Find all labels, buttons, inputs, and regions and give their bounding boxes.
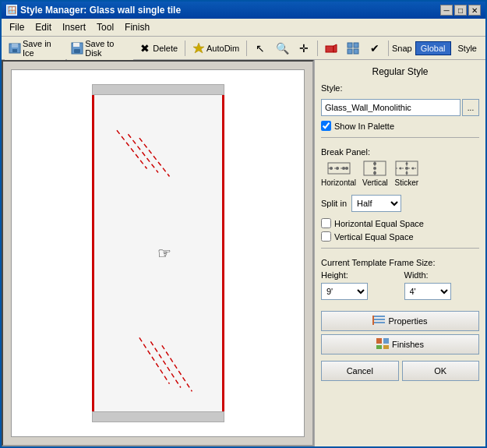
global-button[interactable]: Global (415, 41, 451, 55)
check-icon: ✔ (369, 42, 381, 55)
menu-tool[interactable]: Tool (92, 20, 118, 34)
ok-button[interactable]: OK (402, 361, 480, 381)
glass-panel: ☞ (92, 90, 224, 417)
vert-equal-checkbox[interactable] (321, 231, 331, 242)
width-label: Width: (404, 270, 480, 280)
save-in-ice-button[interactable]: Save in Ice (5, 37, 65, 60)
svg-rect-11 (348, 49, 352, 54)
save-to-disk-label: Save to Disk (85, 39, 129, 58)
break-horizontal[interactable]: Horizontal (321, 160, 356, 187)
split-row: Split in Half Third Quarter (321, 195, 479, 212)
arrow-tool-button[interactable]: ↖ (250, 40, 270, 57)
autodim-label: AutoDim (206, 44, 239, 53)
browse-button[interactable]: ... (462, 99, 479, 116)
width-select[interactable]: 2' 3' 4' 5' 6' (404, 283, 451, 300)
sticker-label: Sticker (395, 178, 419, 187)
show-in-palette-row: Show In Palette (321, 121, 479, 131)
properties-icon (372, 315, 385, 327)
menu-file[interactable]: File (5, 20, 29, 34)
svg-rect-38 (372, 316, 385, 317)
height-select[interactable]: 6' 7' 8' 9' 10' (321, 283, 368, 300)
save-disk-icon (71, 42, 83, 55)
svg-line-16 (139, 337, 169, 383)
cancel-label: Cancel (347, 366, 373, 376)
draw-button[interactable] (321, 40, 341, 57)
save-ice-icon (9, 42, 21, 55)
cancel-button[interactable]: Cancel (321, 361, 399, 381)
template-section: Current Template Frame Size: Height: 6' … (321, 258, 479, 300)
canvas-inner[interactable]: ☞ (11, 69, 305, 437)
equal-space-section: Horizontal Equal Space Vertical Equal Sp… (321, 218, 479, 242)
cursor: ☞ (157, 244, 171, 263)
right-panel: Regular Style Style: ... Show In Palette… (314, 60, 485, 446)
main-content: ☞ Regular Style Style: ... Show In Palet… (2, 60, 485, 446)
canvas-area: ☞ (2, 60, 314, 446)
svg-point-22 (336, 167, 339, 170)
finishes-button[interactable]: Finishes (321, 334, 479, 355)
menu-edit[interactable]: Edit (30, 20, 56, 34)
svg-marker-6 (193, 43, 204, 53)
vertical-break-icon (362, 160, 387, 177)
move-tool-button[interactable]: ✛ (294, 40, 314, 57)
menu-bar: File Edit Insert Tool Finish (2, 19, 485, 37)
horizontal-break-icon (326, 160, 351, 177)
svg-point-34 (399, 168, 401, 170)
action-buttons: Properties Finishes Cancel OK (321, 311, 479, 381)
svg-point-29 (373, 171, 376, 175)
glass-bottom-bar (92, 411, 224, 422)
svg-rect-1 (12, 44, 18, 48)
show-in-palette-checkbox[interactable] (321, 121, 331, 131)
autodim-icon (192, 42, 205, 55)
minimize-button[interactable]: ─ (440, 5, 453, 16)
main-window: 🪟 Style Manager: Glass wall single tile … (0, 0, 487, 448)
delete-button[interactable]: ✖ Delete (135, 40, 182, 57)
properties-label: Properties (388, 316, 427, 326)
break-panel-label: Break Panel: (321, 147, 479, 157)
vert-equal-row: Vertical Equal Space (321, 231, 479, 242)
svg-point-35 (411, 168, 414, 170)
autodim-button[interactable]: AutoDim (189, 40, 243, 57)
svg-point-23 (342, 167, 345, 170)
grid-icon (347, 42, 359, 55)
check-button[interactable]: ✔ (365, 40, 385, 57)
svg-line-18 (161, 345, 192, 391)
svg-rect-42 (376, 338, 382, 344)
svg-rect-40 (372, 322, 385, 323)
break-vertical[interactable]: Vertical (362, 160, 388, 187)
menu-insert[interactable]: Insert (58, 20, 90, 34)
svg-rect-10 (354, 43, 358, 48)
close-button[interactable]: ✕ (468, 5, 481, 16)
toolbar-sep-2 (246, 41, 247, 56)
maximize-button[interactable]: □ (454, 5, 467, 16)
style-label: Style: (321, 83, 479, 93)
svg-point-36 (405, 163, 408, 165)
horiz-equal-row: Horizontal Equal Space (321, 218, 479, 228)
svg-point-21 (330, 167, 333, 170)
finishes-label: Finishes (392, 340, 424, 349)
properties-button[interactable]: Properties (321, 311, 479, 331)
style-button[interactable]: Style (453, 41, 482, 55)
break-sticker[interactable]: Sticker (394, 160, 419, 187)
glass-top-bar (92, 84, 224, 95)
toolbar: Save in Ice Save to Disk ✖ Delete AutoDi… (2, 37, 485, 60)
svg-marker-8 (333, 44, 337, 52)
split-select[interactable]: Half Third Quarter (351, 195, 401, 212)
style-input[interactable] (321, 99, 461, 116)
save-to-disk-button[interactable]: Save to Disk (67, 37, 133, 60)
svg-point-24 (345, 167, 348, 170)
ok-cancel-row: Cancel OK (321, 361, 479, 381)
width-col: Width: 2' 3' 4' 5' 6' (404, 270, 480, 300)
section-title: Regular Style (321, 66, 479, 77)
svg-line-14 (128, 134, 158, 172)
svg-rect-4 (73, 43, 79, 47)
search-tool-button[interactable]: 🔍 (272, 40, 292, 57)
divider-1 (321, 137, 479, 138)
title-controls: ─ □ ✕ (440, 5, 481, 16)
svg-line-15 (139, 138, 169, 176)
menu-finish[interactable]: Finish (120, 20, 154, 34)
horiz-equal-checkbox[interactable] (321, 218, 331, 228)
svg-point-33 (405, 167, 408, 170)
divider-2 (321, 248, 479, 249)
grid-button[interactable] (343, 40, 363, 57)
title-bar: 🪟 Style Manager: Glass wall single tile … (2, 2, 485, 19)
